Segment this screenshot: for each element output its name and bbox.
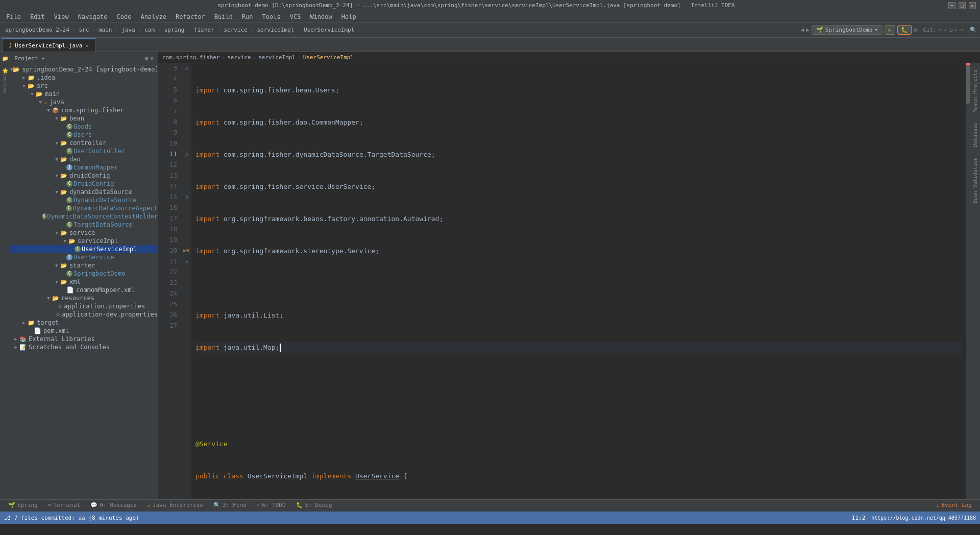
tab-spring[interactable]: 🌱 Spring — [4, 500, 42, 512]
menu-build[interactable]: Build — [210, 11, 237, 22]
debug-button[interactable]: 🐛 — [897, 25, 912, 35]
menu-view[interactable]: View — [50, 11, 73, 22]
sidebar-settings[interactable]: ⚙ — [150, 55, 154, 62]
editor-tab-userserviceimpl[interactable]: J UserServiceImpl.java ✕ — [2, 38, 95, 52]
menu-analyze[interactable]: Analyze — [136, 11, 170, 22]
tree-starter[interactable]: ▼ 📂 starter — [10, 261, 158, 270]
close-button[interactable]: ✕ — [969, 2, 976, 9]
tab-terminal[interactable]: ⌨ Terminal — [44, 500, 85, 512]
menu-run[interactable]: Run — [238, 11, 257, 22]
tree-druidconfig-class[interactable]: C DruidConfig — [10, 180, 158, 188]
git-refresh[interactable]: ↻ — [949, 27, 953, 33]
tree-package[interactable]: ▼ 📦 com.spring.fisher — [10, 106, 158, 114]
menu-edit[interactable]: Edit — [26, 11, 49, 22]
bread-service[interactable]: service — [227, 54, 251, 61]
search-everywhere[interactable]: 🔍 — [970, 27, 977, 33]
project-tool-button[interactable]: 📁 — [1, 54, 9, 62]
nav-java[interactable]: java — [119, 26, 137, 34]
bean-validation-label[interactable]: Bean Validation — [971, 153, 979, 207]
nav-com[interactable]: com — [142, 26, 157, 34]
tree-scratches[interactable]: ▶ 📝 Scratches and Consoles — [10, 343, 158, 351]
sidebar-collapse-all[interactable]: ≡ — [145, 55, 149, 62]
tree-xml[interactable]: ▼ 📂 xml — [10, 278, 158, 286]
tree-controller[interactable]: ▼ 📂 controller — [10, 139, 158, 147]
fold-icon-11[interactable]: ⊟ — [185, 151, 188, 158]
nav-main[interactable]: main — [96, 26, 114, 34]
menu-help[interactable]: Help — [337, 11, 360, 22]
git-push[interactable]: → — [960, 27, 964, 33]
scrollbar-thumb[interactable] — [966, 63, 970, 104]
tree-goods[interactable]: C Goods — [10, 123, 158, 131]
menu-code[interactable]: Code — [113, 11, 136, 22]
tree-targetdatasource[interactable]: C TargetDataSource — [10, 221, 158, 229]
git-check2[interactable]: ✓ — [944, 27, 948, 33]
tree-resources[interactable]: ▼ 📂 resources — [10, 294, 158, 302]
tab-todo[interactable]: ✓ 6: TODO — [253, 500, 290, 512]
database-label[interactable]: Database — [971, 118, 979, 151]
nav-serviceimpl[interactable]: serviceImpl — [255, 26, 296, 34]
class-marker[interactable]: ⊟ — [185, 193, 188, 201]
tab-java-enterprise[interactable]: ☕ Java Enterprise — [143, 500, 207, 512]
tree-dynamicdatasourceaspect[interactable]: C DynamicDataSourceAspect — [10, 204, 158, 212]
tab-messages[interactable]: 💬 0: Messages — [86, 500, 141, 512]
nav-src[interactable]: src — [77, 26, 91, 34]
tree-app-props[interactable]: ⚙ application.properties — [10, 302, 158, 310]
structure-tool-button[interactable]: Structure — [1, 79, 9, 87]
tree-main[interactable]: ▼ 📂 main — [10, 90, 158, 98]
tree-druidconfig[interactable]: ▼ 📂 druidConfig — [10, 172, 158, 180]
debug-gutter-icon[interactable]: ⚙ — [186, 247, 189, 255]
tree-userserviceimpl[interactable]: C UserServiceImpl — [10, 245, 158, 253]
tree-dynamic[interactable]: ▼ 📂 dynamicDataSource — [10, 188, 158, 196]
maximize-button[interactable]: □ — [959, 2, 966, 9]
tree-app-dev-props[interactable]: ⚙ application-dev.properties — [10, 310, 158, 319]
tree-pom[interactable]: 📄 pom.xml — [10, 327, 158, 335]
url-link[interactable]: https://blog.csdn.net/qq_409771180 — [871, 515, 976, 521]
tab-debug[interactable]: 🐛 5: Debug — [292, 500, 336, 512]
tree-users[interactable]: C Users — [10, 131, 158, 139]
nav-project[interactable]: springbootDemo_2-24 — [3, 26, 71, 34]
nav-arrow-right[interactable]: ▶ — [806, 27, 810, 33]
run-config-selector[interactable]: 🌱 SpringbootDemo ▾ — [812, 25, 883, 35]
bread-serviceimpl[interactable]: serviceImpl — [258, 54, 296, 61]
tab-event-log[interactable]: ⚠ Event Log — [932, 500, 976, 512]
menu-vcs[interactable]: VCS — [286, 11, 305, 22]
more-run-options[interactable]: ⚙ — [914, 27, 917, 33]
nav-arrow-left[interactable]: ◀ — [801, 27, 804, 33]
tree-bean[interactable]: ▼ 📂 bean — [10, 114, 158, 123]
git-check[interactable]: ✓ — [939, 27, 942, 33]
tree-userservice[interactable]: I UserService — [10, 253, 158, 261]
nav-service[interactable]: service — [222, 26, 249, 34]
menu-refactor[interactable]: Refactor — [172, 11, 209, 22]
menu-navigate[interactable]: Navigate — [74, 11, 112, 22]
menu-file[interactable]: File — [2, 11, 25, 22]
tree-external-libs[interactable]: ▶ 📚 External Libraries — [10, 335, 158, 343]
git-pull[interactable]: ← — [955, 27, 959, 33]
tree-commonmapper[interactable]: I CommonMapper — [10, 163, 158, 172]
bread-class[interactable]: UserServiceImpl — [303, 54, 354, 61]
tree-src[interactable]: ▼ 📂 src — [10, 82, 158, 90]
maven-projects-label[interactable]: Maven Projects — [971, 65, 979, 116]
tree-root[interactable]: ▼ 📂 springbootDemo_2-24 [springboot-demo… — [10, 65, 158, 74]
menu-tools[interactable]: Tools — [258, 11, 285, 22]
tree-commonmapper-xml[interactable]: 📄 commomMapper.xml — [10, 286, 158, 294]
nav-spring[interactable]: spring — [162, 26, 187, 34]
tree-target[interactable]: ▶ 📁 target — [10, 319, 158, 327]
tree-usercontroller[interactable]: C UserController — [10, 147, 158, 155]
tree-serviceimpl[interactable]: ▼ 📂 serviceImpl — [10, 237, 158, 245]
bread-com[interactable]: com.spring.fisher — [162, 54, 220, 61]
nav-fisher[interactable]: fisher — [192, 26, 216, 34]
run-button[interactable]: ▶ — [885, 25, 895, 35]
tab-close-button[interactable]: ✕ — [85, 43, 88, 48]
tree-dao[interactable]: ▼ 📂 dao — [10, 155, 158, 163]
git-branch-status[interactable]: ⎇ 7 files committed: aa (8 minutes ago) — [4, 515, 139, 521]
tree-java[interactable]: ▼ ☕ java — [10, 98, 158, 106]
nav-file[interactable]: UserServiceImpl — [302, 26, 356, 34]
tab-find[interactable]: 🔍 3: Find — [209, 500, 250, 512]
tree-contextholder[interactable]: C DynamicDataSourceContextHolder — [10, 212, 158, 221]
code-editor[interactable]: import com.spring.fisher.bean.Users; imp… — [191, 63, 966, 499]
tree-dynamicdatasource[interactable]: C DynamicDataSource — [10, 196, 158, 204]
cursor-position[interactable]: 11:2 — [852, 515, 866, 521]
tree-springbootdemo[interactable]: C SpringbootDemo — [10, 270, 158, 278]
tree-idea[interactable]: ▶ 📁 .idea — [10, 74, 158, 82]
method-marker[interactable]: ⊟ — [185, 258, 188, 265]
